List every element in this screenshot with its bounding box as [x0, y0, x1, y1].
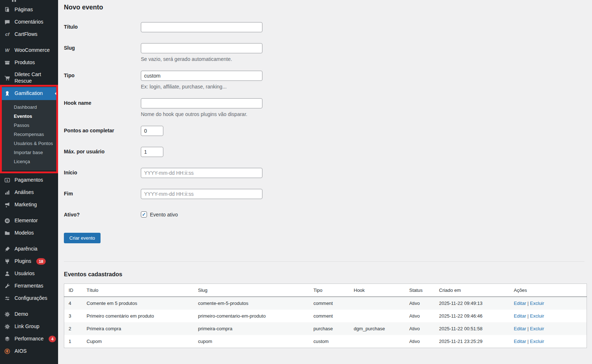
form-row-pontos: Pontos ao completar	[64, 126, 592, 136]
submenu-item-usuarios-pontos[interactable]: Usuários & Pontos	[0, 139, 58, 148]
hook-helper: Nome do hook que outros plugins vão disp…	[141, 111, 262, 117]
cell-id: 2	[64, 322, 82, 335]
form-row-max: Máx. por usuário	[64, 147, 592, 157]
action-separator: |	[526, 339, 530, 344]
slug-input[interactable]	[141, 43, 262, 53]
action-separator: |	[526, 326, 530, 331]
cell-acoes: Editar | Excluir	[510, 310, 587, 322]
cell-hook	[350, 310, 405, 322]
submenu-item-importar-base[interactable]: Importar base	[0, 148, 58, 157]
titulo-input[interactable]	[141, 22, 262, 32]
submenu-item-licenca[interactable]: Licença	[0, 157, 58, 166]
cell-hook: dgm_purchase	[350, 322, 405, 335]
menu-separator	[0, 239, 58, 243]
max-input[interactable]	[141, 147, 163, 157]
sidebar-item-aparencia[interactable]: Aparência	[0, 243, 58, 255]
submenu-item-eventos[interactable]: Eventos	[0, 112, 58, 121]
sidebar-item-usuarios[interactable]: Usuários	[0, 268, 58, 280]
sidebar-item-demo[interactable]: Demo	[0, 308, 58, 320]
submenu-item-recompensas[interactable]: Recompensas	[0, 130, 58, 139]
slug-helper: Se vazio, será gerado automaticamente.	[141, 56, 262, 62]
sidebar-item-produtos[interactable]: Produtos	[0, 57, 58, 69]
sidebar-item-marketing[interactable]: Marketing	[0, 199, 58, 211]
sidebar-item-ferramentas[interactable]: Ferramentas	[0, 280, 58, 292]
sidebar-item-plugins[interactable]: Plugins18	[0, 255, 58, 268]
hook-label: Hook name	[64, 98, 141, 117]
ativo-field: ✓Evento ativo	[141, 210, 178, 218]
hook-input[interactable]	[141, 98, 262, 108]
create-event-button[interactable]: Criar evento	[64, 233, 101, 243]
table-row: 1CupomcupomcustomAtivo2025-11-21 23:25:2…	[64, 335, 587, 348]
sidebar-item-analises[interactable]: Análises	[0, 186, 58, 199]
sidebar-item-label: Link Group	[15, 323, 39, 330]
sidebar-item-pagamentos[interactable]: $Pagamentos	[0, 174, 58, 186]
sidebar-item-label: CartFlows	[15, 31, 37, 38]
editar-link[interactable]: Editar	[514, 313, 526, 319]
titulo-label: Título	[64, 22, 141, 32]
fim-input[interactable]	[141, 189, 262, 199]
count-badge: 18	[36, 258, 46, 265]
sidebar-item-label: Elementor	[15, 218, 38, 224]
submenu-item-passos[interactable]: Passos	[0, 121, 58, 130]
titulo-field	[141, 22, 262, 32]
tipo-field: Ex: login, affiliate, purchase, ranking.…	[141, 71, 262, 90]
sidebar-item-paginas[interactable]: Páginas	[0, 4, 58, 16]
sidebar-item-woocommerce[interactable]: WWooCommerce	[0, 44, 58, 57]
cell-acoes: Editar | Excluir	[510, 322, 587, 335]
sidebar-item-label: Páginas	[15, 7, 33, 13]
sidebar-item-label: Análises	[15, 189, 34, 196]
editar-link[interactable]: Editar	[514, 301, 526, 306]
sidebar-item-label: Marketing	[15, 202, 37, 208]
table-row: 4Comente em 5 produtoscomente-em-5-produ…	[64, 297, 587, 310]
col-header-slug: Slug	[194, 284, 309, 297]
sidebar-item-comentarios[interactable]: Comentários	[0, 16, 58, 28]
cell-titulo: Comente em 5 produtos	[82, 297, 194, 310]
comments-icon	[4, 18, 11, 26]
sidebar-item-modelos[interactable]: Modelos	[0, 227, 58, 239]
editar-link[interactable]: Editar	[514, 339, 526, 344]
cell-hook	[350, 335, 405, 348]
form-row-titulo: Título	[64, 22, 592, 32]
main-content: Novo evento TítuloSlugSe vazio, será ger…	[58, 0, 592, 364]
excluir-link[interactable]: Excluir	[530, 326, 544, 331]
sidebar-item-cartflows[interactable]: cfCartFlows	[0, 28, 58, 41]
sidebar-item-elementor[interactable]: Elementor	[0, 215, 58, 227]
excluir-link[interactable]: Excluir	[530, 301, 544, 306]
events-section-title: Eventos cadastrados	[64, 271, 592, 278]
sidebar-item-performance[interactable]: Performance4	[0, 333, 58, 345]
cell-titulo: Primeiro comentário em produto	[82, 310, 194, 322]
fim-label: Fim	[64, 189, 141, 199]
products-icon	[4, 59, 11, 66]
aios-icon	[4, 348, 11, 355]
sidebar-item-label: Modelos	[15, 230, 34, 236]
excluir-link[interactable]: Excluir	[530, 339, 544, 344]
pontos-input[interactable]	[141, 126, 163, 136]
sidebar-item-diletec-cart-rescue[interactable]: Diletec Cart Rescue	[0, 69, 58, 87]
excluir-link[interactable]: Excluir	[530, 313, 544, 319]
inicio-input[interactable]	[141, 168, 262, 178]
sidebar-item-gamification[interactable]: Gamification	[0, 87, 58, 100]
svg-text:$: $	[7, 179, 8, 182]
cell-hook	[350, 297, 405, 310]
events-table: IDTítuloSlugTipoHookStatusCriado emAções…	[64, 284, 587, 348]
col-header-status: Status	[405, 284, 435, 297]
tipo-input[interactable]	[141, 71, 262, 81]
award-icon	[4, 90, 11, 97]
menu-separator	[0, 170, 58, 174]
sidebar-item-configuracoes[interactable]: Configurações	[0, 292, 58, 305]
form-row-fim: Fim	[64, 189, 592, 199]
cell-tipo: purchase	[309, 322, 350, 335]
form-row-tipo: TipoEx: login, affiliate, purchase, rank…	[64, 71, 592, 90]
table-header-row: IDTítuloSlugTipoHookStatusCriado emAções	[64, 284, 587, 297]
col-header-titulo: Título	[82, 284, 194, 297]
megaphone-icon	[4, 201, 11, 208]
admin-screen: PáginasComentárioscfCartFlowsWWooCommerc…	[0, 0, 592, 364]
editar-link[interactable]: Editar	[514, 326, 526, 331]
sidebar-item-link-group[interactable]: Link Group	[0, 320, 58, 333]
max-field	[141, 147, 163, 157]
ativo-checkbox[interactable]: ✓	[141, 211, 147, 218]
sidebar-item-aios[interactable]: AIOS	[0, 345, 58, 357]
submenu-item-dashboard[interactable]: Dashboard	[0, 103, 58, 112]
gear-icon	[4, 323, 11, 330]
menu-separator	[0, 41, 58, 44]
